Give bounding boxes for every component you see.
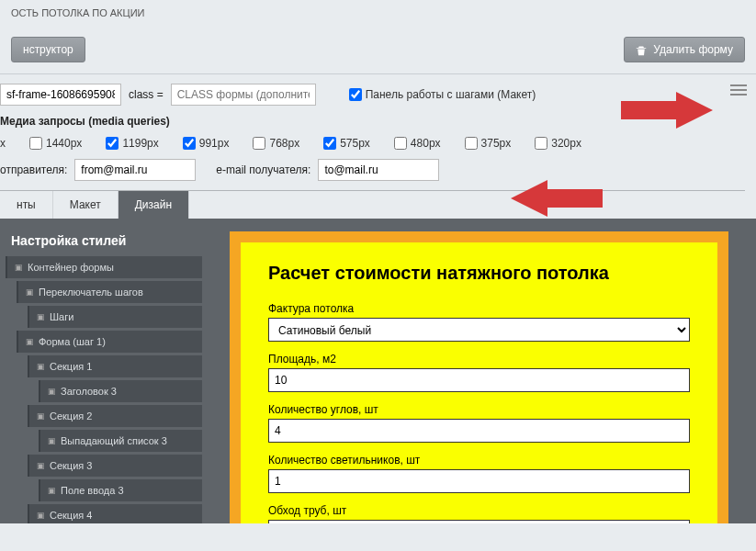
breakpoint-991px[interactable]: 991px: [183, 137, 230, 150]
breakpoint-label: 1199px: [122, 137, 158, 150]
tree-item[interactable]: ▣Секция 4: [28, 504, 202, 523]
tree-item-label: Переключатель шагов: [39, 287, 143, 298]
breakpoint-label: 320px: [551, 137, 581, 150]
menu-icon[interactable]: [730, 82, 747, 98]
constructor-button[interactable]: нструктор: [11, 37, 85, 62]
breakpoint-768px[interactable]: 768px: [253, 137, 299, 150]
breakpoint-label: x: [0, 137, 6, 150]
breakpoint-x[interactable]: x: [0, 137, 6, 150]
breakpoint-checkbox[interactable]: [29, 137, 42, 150]
tree-item-label: Заголовок 3: [61, 386, 117, 397]
preview-form: Расчет стоимости натяжного потолка Факту…: [241, 242, 717, 523]
tabs: нтыМакетДизайн: [0, 190, 745, 219]
media-queries-title: Медиа запросы (media queries): [0, 115, 170, 128]
breakpoint-480px[interactable]: 480px: [394, 137, 441, 150]
tree-item[interactable]: ▣Поле ввода 3: [39, 479, 202, 501]
tree-item[interactable]: ▣Секция 3: [28, 455, 202, 477]
tree-item[interactable]: ▣Секция 2: [28, 405, 202, 427]
text-input[interactable]: [268, 368, 690, 392]
tree-item[interactable]: ▣Выпадающий список 3: [39, 430, 202, 452]
form-title: Расчет стоимости натяжного потолка: [268, 263, 690, 284]
preview-outer-frame: Расчет стоимости натяжного потолка Факту…: [230, 231, 728, 523]
form-group: Обход труб, шт: [268, 504, 690, 523]
field-label: Количество светильников, шт: [268, 454, 690, 467]
breakpoint-checkbox[interactable]: [535, 137, 547, 150]
collapse-icon: ▣: [37, 461, 45, 470]
collapse-icon: ▣: [48, 486, 56, 495]
sender-email-input[interactable]: [74, 159, 196, 181]
sidebar-title: Настройка стилей: [0, 228, 202, 253]
tree-item[interactable]: ▣Контейнер формы: [6, 256, 202, 278]
field-label: Площадь, м2: [268, 353, 690, 365]
text-input[interactable]: [268, 419, 690, 443]
annotation-arrow-left: [511, 180, 603, 217]
breakpoint-320px[interactable]: 320px: [535, 137, 581, 150]
collapse-icon: ▣: [37, 312, 45, 321]
breakpoint-checkbox[interactable]: [394, 137, 407, 150]
breakpoint-label: 768px: [269, 137, 299, 150]
trash-icon: [636, 45, 647, 56]
text-input[interactable]: [268, 520, 690, 523]
breakpoint-575px[interactable]: 575px: [323, 137, 370, 150]
breakpoint-1199px[interactable]: 1199px: [106, 137, 158, 150]
tree-item[interactable]: ▣Переключатель шагов: [17, 281, 202, 303]
breakpoint-checkbox[interactable]: [253, 137, 265, 150]
tree-item-label: Шаги: [50, 311, 73, 322]
tree-item-label: Секция 3: [50, 460, 92, 471]
breakpoint-checkbox[interactable]: [106, 137, 118, 150]
collapse-icon: ▣: [48, 436, 56, 445]
styles-sidebar: Настройка стилей ▣Контейнер формы▣Перекл…: [0, 219, 202, 523]
class-input[interactable]: [171, 84, 316, 106]
svg-marker-1: [511, 180, 603, 217]
field-label: Количество углов, шт: [268, 403, 690, 416]
svg-marker-0: [621, 92, 713, 129]
texture-select[interactable]: Сатиновый белый: [268, 318, 690, 342]
tree-item-label: Секция 2: [50, 410, 92, 422]
recipient-label: e-mail получателя:: [216, 163, 310, 176]
collapse-icon: ▣: [37, 411, 45, 421]
tree-item-label: Форма (шаг 1): [39, 336, 106, 347]
tree-item-label: Секция 4: [50, 510, 92, 521]
breakpoint-label: 375px: [481, 137, 512, 150]
collapse-icon: ▣: [26, 337, 34, 346]
collapse-icon: ▣: [15, 263, 23, 272]
annotation-arrow-right: [621, 92, 713, 129]
steps-panel-cb[interactable]: [349, 88, 362, 101]
breakpoint-1440px[interactable]: 1440px: [29, 137, 82, 150]
tree-item[interactable]: ▣Форма (шаг 1): [17, 331, 202, 353]
class-label: class =: [129, 88, 164, 101]
form-group: Количество углов, шт: [268, 403, 690, 443]
tree-item[interactable]: ▣Заголовок 3: [39, 380, 202, 402]
breakpoint-checkbox[interactable]: [183, 137, 196, 150]
recipient-email-input[interactable]: [318, 159, 439, 181]
breakpoint-label: 1440px: [46, 137, 82, 150]
tab-Дизайн[interactable]: Дизайн: [118, 191, 189, 219]
style-tree: ▣Контейнер формы▣Переключатель шагов▣Шаг…: [0, 256, 202, 523]
sender-label: отправителя:: [0, 163, 67, 176]
breakpoint-label: 480px: [411, 137, 441, 150]
breakpoint-label: 991px: [199, 137, 230, 150]
tree-item[interactable]: ▣Шаги: [28, 306, 202, 328]
breakpoints-row: x1440px1199px991px768px575px480px375px32…: [0, 137, 745, 150]
collapse-icon: ▣: [37, 362, 45, 371]
field-label: Фактура потолка: [268, 302, 690, 315]
preview-pane: Расчет стоимости натяжного потолка Факту…: [202, 219, 756, 523]
tree-item[interactable]: ▣Секция 1: [28, 355, 202, 377]
page-header: ОСТЬ ПОТОЛКА ПО АКЦИИ: [0, 0, 756, 26]
steps-panel-checkbox[interactable]: Панель работы с шагами (Макет): [349, 88, 536, 101]
text-input[interactable]: [268, 469, 690, 493]
delete-form-button[interactable]: Удалить форму: [624, 37, 745, 62]
collapse-icon: ▣: [37, 511, 45, 520]
form-group: Фактура потолкаСатиновый белый: [268, 302, 690, 342]
header-title: ОСТЬ ПОТОЛКА ПО АКЦИИ: [11, 7, 144, 18]
breakpoint-checkbox[interactable]: [323, 137, 336, 150]
tab-нты[interactable]: нты: [0, 191, 53, 219]
frame-id-input[interactable]: [0, 84, 121, 106]
breakpoint-checkbox[interactable]: [465, 137, 478, 150]
tree-item-label: Контейнер формы: [28, 262, 114, 273]
breakpoint-375px[interactable]: 375px: [465, 137, 512, 150]
tab-Макет[interactable]: Макет: [53, 191, 118, 219]
breakpoint-label: 575px: [340, 137, 370, 150]
tree-item-label: Секция 1: [50, 361, 92, 372]
collapse-icon: ▣: [26, 287, 34, 297]
